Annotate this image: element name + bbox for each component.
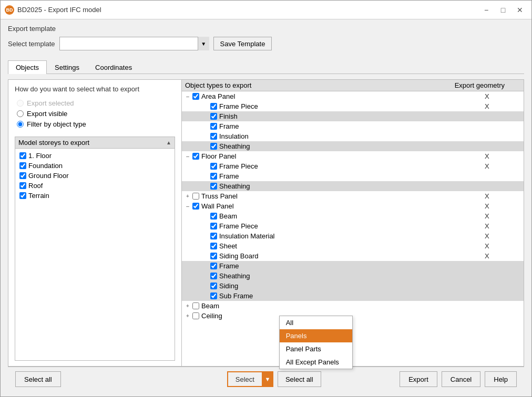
help-button[interactable]: Help bbox=[485, 371, 517, 387]
export-geo-label: Export geometry bbox=[455, 81, 505, 89]
dropdown-item-panel-parts[interactable]: Panel Parts bbox=[280, 342, 352, 356]
app-icon: BD bbox=[5, 5, 14, 15]
radio-group: Export selected Export visible Filter by… bbox=[15, 99, 175, 128]
tree-area: – Area Panel X Frame Piece X bbox=[182, 91, 524, 366]
object-types-title: Object types to export bbox=[185, 81, 251, 89]
radio-export-visible[interactable]: Export visible bbox=[17, 110, 175, 118]
tree-row-area-panel[interactable]: – Area Panel X bbox=[182, 91, 524, 101]
expand-area-framepiece bbox=[202, 103, 209, 110]
storey-item-foundation[interactable]: Foundation bbox=[15, 161, 175, 171]
storey-item-roof[interactable]: Roof bbox=[15, 181, 175, 191]
tree-row-wall-sidingboard[interactable]: Siding Board X bbox=[182, 251, 524, 261]
maximize-button[interactable]: □ bbox=[496, 4, 510, 16]
dropdown-item-all-except[interactable]: All Except Panels bbox=[280, 356, 352, 369]
storeys-title: Model storeys to export bbox=[18, 139, 89, 147]
tree-row-ceiling[interactable]: + Ceiling bbox=[182, 311, 524, 321]
tree-row-wall-insulation[interactable]: Insulation Material X bbox=[182, 231, 524, 241]
close-button[interactable]: ✕ bbox=[513, 4, 527, 16]
storeys-title-bar: Model storeys to export ▲ bbox=[15, 137, 175, 149]
export-template-section: Export template Select template ▼ Save T… bbox=[8, 25, 524, 57]
expand-wall-panel[interactable]: – bbox=[184, 203, 191, 210]
tree-row-wall-sheathing[interactable]: Sheathing bbox=[182, 271, 524, 281]
radio-export-selected[interactable]: Export selected bbox=[17, 99, 175, 107]
tree-row-wall-frame[interactable]: Frame bbox=[182, 261, 524, 271]
tree-row-truss-panel[interactable]: + Truss Panel X bbox=[182, 191, 524, 201]
expand-truss-panel[interactable]: + bbox=[184, 193, 191, 200]
select-split-button: Select ▼ bbox=[227, 371, 273, 387]
main-area: How do you want to select what to export… bbox=[8, 79, 524, 367]
select-dropdown-arrow[interactable]: ▼ bbox=[262, 371, 273, 387]
storey-item-terrain[interactable]: Terrain bbox=[15, 191, 175, 201]
tab-coordinates[interactable]: Coordinates bbox=[87, 60, 140, 74]
tree-row-floor-framepiece[interactable]: Frame Piece X bbox=[182, 161, 524, 171]
save-template-button[interactable]: Save Template bbox=[213, 37, 272, 50]
tree-row-floor-panel[interactable]: – Floor Panel X bbox=[182, 151, 524, 161]
template-row: Select template ▼ Save Template bbox=[8, 37, 524, 50]
tree-row-area-frame[interactable]: Frame bbox=[182, 121, 524, 131]
export-question: How do you want to select what to export bbox=[15, 85, 175, 93]
sort-arrow: ▲ bbox=[166, 140, 171, 145]
tree-row-wall-siding[interactable]: Siding bbox=[182, 281, 524, 291]
expand-floor-panel[interactable]: – bbox=[184, 153, 191, 160]
tree-row-wall-framepiece[interactable]: Frame Piece X bbox=[182, 221, 524, 231]
template-select-wrapper: ▼ bbox=[59, 37, 209, 50]
cancel-button[interactable]: Cancel bbox=[442, 371, 480, 387]
expand-ceiling[interactable]: + bbox=[184, 312, 191, 320]
tree-row-wall-beam[interactable]: Beam X bbox=[182, 211, 524, 221]
tree-row-floor-frame[interactable]: Frame bbox=[182, 171, 524, 181]
right-bottom-buttons: Select ▼ All Panels Panel Parts All Exce… bbox=[227, 371, 321, 387]
tree-row-wall-panel[interactable]: – Wall Panel X bbox=[182, 201, 524, 211]
tree-row-area-sheathing[interactable]: Sheathing bbox=[182, 141, 524, 151]
tabs: Objects Settings Coordinates bbox=[8, 60, 524, 74]
storey-item-1floor[interactable]: 1. Floor bbox=[15, 151, 175, 161]
select-all-storeys-button[interactable]: Select all bbox=[15, 371, 61, 387]
action-buttons: Export Cancel Help bbox=[400, 371, 517, 387]
expand-beam[interactable]: + bbox=[184, 302, 191, 310]
dropdown-item-all[interactable]: All bbox=[280, 316, 352, 329]
tab-objects[interactable]: Objects bbox=[8, 60, 47, 74]
tree-row-area-insulation[interactable]: Insulation bbox=[182, 131, 524, 141]
storey-item-groundfloor[interactable]: Ground Floor bbox=[15, 171, 175, 181]
select-template-label: Select template bbox=[8, 40, 55, 48]
tree-row-wall-subframe[interactable]: Sub Frame bbox=[182, 291, 524, 301]
expand-area-panel[interactable]: – bbox=[184, 93, 191, 100]
export-template-label: Export template bbox=[8, 25, 524, 33]
left-bottom-buttons: Select all Select ▼ All Panels Panel Par… bbox=[15, 371, 321, 387]
tree-row-beam[interactable]: + Beam bbox=[182, 301, 524, 311]
title-bar: BD BD2025 - Export IFC model − □ ✕ bbox=[1, 1, 531, 19]
export-button[interactable]: Export bbox=[400, 371, 437, 387]
right-panel: Object types to export Export geometry –… bbox=[182, 80, 524, 366]
select-all-types-button[interactable]: Select all bbox=[278, 371, 321, 387]
select-main-button[interactable]: Select bbox=[227, 371, 262, 387]
template-select[interactable] bbox=[59, 37, 209, 50]
tab-settings[interactable]: Settings bbox=[47, 60, 87, 74]
main-window: BD BD2025 - Export IFC model − □ ✕ Expor… bbox=[0, 0, 532, 397]
bottom-bar: Select all Select ▼ All Panels Panel Par… bbox=[8, 367, 524, 391]
dropdown-item-panels[interactable]: Panels bbox=[280, 329, 352, 342]
window-title: BD2025 - Export IFC model bbox=[17, 6, 101, 14]
object-types-header: Object types to export Export geometry bbox=[182, 80, 524, 91]
select-dropdown-menu: All Panels Panel Parts All Except Panels bbox=[279, 316, 353, 369]
tree-row-wall-sheet[interactable]: Sheet X bbox=[182, 241, 524, 251]
storeys-panel: Model storeys to export ▲ 1. Floor Found… bbox=[15, 137, 175, 361]
minimize-button[interactable]: − bbox=[479, 4, 494, 16]
storeys-list: 1. Floor Foundation Ground Floor Ro bbox=[15, 149, 175, 360]
title-bar-left: BD BD2025 - Export IFC model bbox=[5, 5, 101, 15]
content-area: Export template Select template ▼ Save T… bbox=[1, 19, 531, 396]
tree-row-area-framepiece[interactable]: Frame Piece X bbox=[182, 101, 524, 111]
tree-row-floor-sheathing[interactable]: Sheathing bbox=[182, 181, 524, 191]
window-controls: − □ ✕ bbox=[479, 4, 527, 16]
radio-filter-by-type[interactable]: Filter by object type bbox=[17, 120, 175, 128]
tree-row-area-finish[interactable]: Finish bbox=[182, 111, 524, 121]
left-panel: How do you want to select what to export… bbox=[8, 80, 182, 366]
